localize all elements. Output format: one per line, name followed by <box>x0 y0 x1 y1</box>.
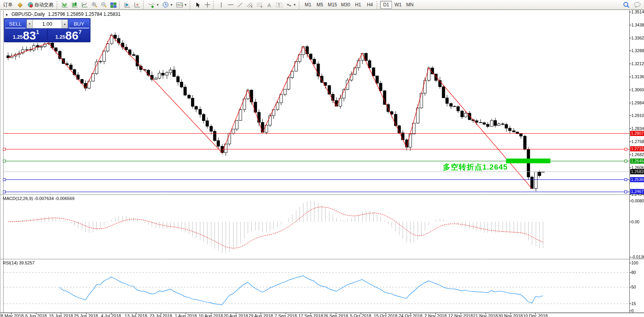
dropdown-caret-icon: ▼ <box>184 3 187 7</box>
toolbar-separator <box>213 1 216 9</box>
rsi-axis-label: 100 <box>631 260 644 265</box>
volume-decrease-button[interactable]: ▼ <box>26 19 33 28</box>
quotes-button[interactable] <box>15 1 25 9</box>
text-icon: A <box>267 2 272 8</box>
time-axis-label: 13 Jul 2018 <box>125 313 147 317</box>
rsi-axis-label: 50 <box>631 285 644 289</box>
timeframe-button-MN[interactable]: MN <box>404 1 416 9</box>
timeframe-button-H1[interactable]: H1 <box>352 1 364 9</box>
time-axis-label: 10 Dec 2018 <box>523 313 548 317</box>
chart-canvas[interactable] <box>0 10 644 317</box>
zoom-in-icon <box>91 2 98 8</box>
price-line-label: 1.27155 <box>630 146 644 151</box>
svg-text:E: E <box>251 5 253 8</box>
new-order-button[interactable]: 订单 <box>1 1 15 9</box>
line-chart-button[interactable] <box>80 1 90 9</box>
sell-price-display[interactable]: 1.25 83 1 <box>5 29 47 42</box>
toolbar-separator <box>190 1 192 9</box>
crosshair-button[interactable] <box>203 1 212 9</box>
ohlc-values: 1.25796 1.25859 1.25784 1.25831 <box>48 11 121 17</box>
timeframe-button-D1[interactable]: D1 <box>380 1 392 9</box>
auto-scroll-button[interactable] <box>132 1 142 9</box>
bar-chart-button[interactable] <box>60 1 70 9</box>
sell-button[interactable]: SELL <box>5 19 26 28</box>
arrows-button[interactable]: ▼ <box>284 1 298 9</box>
price-tick-label: 1.26820 <box>631 152 644 157</box>
rsi-axis-label: 15 <box>631 301 644 306</box>
time-axis-label: 15 Oct 2018 <box>374 313 397 317</box>
chat-icon[interactable] <box>634 2 641 8</box>
candlestick-chart-button[interactable] <box>70 1 80 9</box>
zoom-out-button[interactable] <box>99 1 109 9</box>
volume-increase-button[interactable]: ▲ <box>62 19 68 28</box>
price-tick-label: 1.32120 <box>631 61 644 66</box>
trend-line-button[interactable] <box>235 1 245 9</box>
chart-shift-button[interactable] <box>122 1 132 9</box>
time-axis-label: 15 Jun 2018 <box>49 313 73 317</box>
symbol-period-label: GBPUSD-,Daily <box>11 11 45 17</box>
indicators-button[interactable]: ▼ <box>147 1 161 9</box>
text-label-icon: T <box>276 2 282 8</box>
chart-shift-icon <box>124 2 131 8</box>
search-icon[interactable] <box>623 2 630 8</box>
timeframe-button-W1[interactable]: W1 <box>392 1 404 9</box>
toolbar-separator <box>377 1 379 9</box>
toolbar-separator <box>119 1 122 9</box>
macd-axis-label: 0.00809 <box>631 198 644 203</box>
autotrade-button[interactable]: 自动交易 <box>25 1 56 9</box>
dropdown-caret-icon: ▼ <box>293 3 296 7</box>
new-order-label: 订单 <box>3 2 13 8</box>
vertical-line-icon <box>219 2 224 8</box>
line-chart-icon <box>81 2 88 8</box>
price-tick-label: 1.28340 <box>631 126 644 131</box>
timeframe-button-M1[interactable]: M1 <box>302 1 314 9</box>
collapse-panel-icon[interactable]: ▲ <box>5 13 8 16</box>
price-tick-label: 1.27580 <box>631 139 644 144</box>
equidistant-channel-button[interactable]: E <box>245 1 255 9</box>
toolbar: 订单 自动交易 <box>0 0 644 10</box>
price-tick-label: 1.30600 <box>631 87 644 92</box>
tile-windows-button[interactable] <box>109 1 118 9</box>
text-button[interactable]: A <box>265 1 274 9</box>
rsi-label: RSI(14) 39.5257 <box>3 260 35 265</box>
one-click-trade-panel: SELL ▼ ▲ BUY 1.25 83 1 1.25 86 7 <box>4 18 90 42</box>
cursor-button[interactable] <box>193 1 203 9</box>
templates-button[interactable]: ▼ <box>175 1 189 9</box>
time-axis-label: 10 Aug 2018 <box>199 313 223 317</box>
volume-input[interactable] <box>33 19 62 28</box>
rsi-axis-label: 0 <box>631 308 644 313</box>
time-axis-label: 29 Aug 2018 <box>249 313 273 317</box>
fibonacci-button[interactable]: F <box>255 1 265 9</box>
template-icon <box>176 2 183 8</box>
text-label-button[interactable]: T <box>274 1 284 9</box>
autotrade-icon <box>27 2 34 8</box>
equidistant-channel-icon: E <box>247 2 253 8</box>
timeframe-button-M30[interactable]: M30 <box>339 1 352 9</box>
timeframe-button-M15[interactable]: M15 <box>326 1 339 9</box>
chart-title-row: ▲ GBPUSD-,Daily 1.25796 1.25859 1.25784 … <box>5 11 121 17</box>
price-tick-label: 1.34380 <box>631 23 644 27</box>
time-axis-label: 17 Sep 2018 <box>298 313 323 317</box>
buy-price-display[interactable]: 1.25 86 7 <box>48 29 90 42</box>
toolbar-separator <box>299 1 301 9</box>
sell-price-pip: 1 <box>36 29 39 35</box>
svg-text:A: A <box>267 2 271 8</box>
price-tick-label: 1.33620 <box>631 36 644 40</box>
time-axis-label: 1 Aug 2018 <box>175 313 197 317</box>
buy-button[interactable]: BUY <box>69 19 89 28</box>
dropdown-caret-icon: ▼ <box>170 3 173 7</box>
price-line-label: 1.25369 <box>630 177 644 182</box>
rsi-axis-label: 80 <box>631 270 644 275</box>
price-tick-label: 1.31360 <box>631 74 644 79</box>
timeframe-group: M1M5M15M30H1H4D1W1MN <box>302 1 416 9</box>
vertical-line-button[interactable] <box>217 1 226 9</box>
price-line-label: 1.24672 <box>630 189 644 194</box>
price-line-label: 1.26458 <box>630 158 644 164</box>
time-axis-label: 5 Oct 2018 <box>350 313 371 317</box>
timeframe-button-M5[interactable]: M5 <box>314 1 326 9</box>
zoom-in-button[interactable] <box>90 1 99 9</box>
horizontal-line-button[interactable] <box>226 1 235 9</box>
buy-price-pip: 7 <box>79 29 82 35</box>
periods-button[interactable]: ▼ <box>161 1 175 9</box>
timeframe-button-H4[interactable]: H4 <box>364 1 376 9</box>
